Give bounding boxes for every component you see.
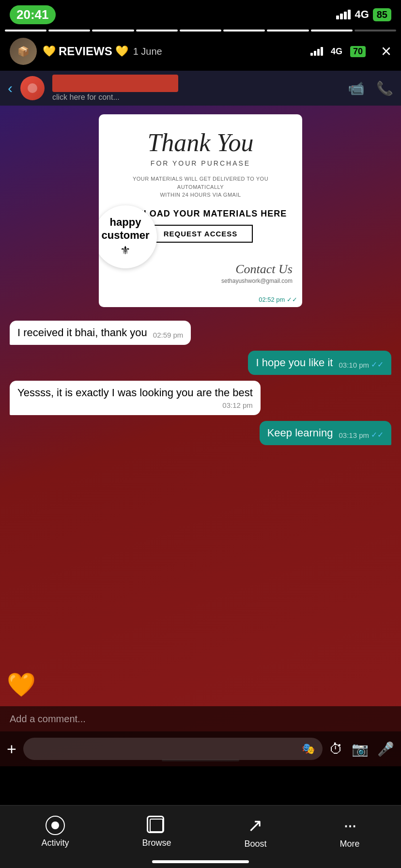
heart-icon: 💛 bbox=[43, 45, 56, 58]
message-text-4: Keep learning bbox=[267, 427, 333, 439]
contact-subtitle: click here for cont... bbox=[52, 93, 340, 102]
phone-call-icon[interactable]: 📞 bbox=[376, 80, 393, 96]
more-icon: ··· bbox=[343, 815, 356, 836]
bubble-received-1: I received it bhai, thank you 02:59 pm bbox=[10, 321, 191, 345]
home-indicator bbox=[152, 860, 249, 863]
message-received-1: I received it bhai, thank you 02:59 pm bbox=[10, 321, 391, 345]
happy-customer-icon: ⚜ bbox=[120, 244, 131, 257]
bubble-sent-1: I hope you like it 03:10 pm ✓✓ bbox=[248, 351, 391, 375]
story-action-icons: ⏱ 📷 🎤 bbox=[329, 741, 394, 757]
happy-customer-text: happycustomer bbox=[101, 216, 149, 242]
heart-icon-2: 💛 bbox=[115, 45, 128, 58]
nav-label-activity: Activity bbox=[41, 838, 69, 848]
chat-header: ‹ click here for cont... 📹 📞 bbox=[0, 71, 401, 106]
story-content: ‹ click here for cont... 📹 📞 Thank You F… bbox=[0, 71, 401, 766]
story-reply-input[interactable]: 🎭 bbox=[23, 738, 323, 760]
comment-placeholder[interactable]: Add a comment... bbox=[10, 713, 86, 725]
nav-item-browse[interactable]: Browse bbox=[142, 816, 171, 848]
message-received-2: Yessss, it is exactly I was looking you … bbox=[10, 381, 391, 415]
nav-item-activity[interactable]: Activity bbox=[41, 816, 69, 848]
header-network-label: 4G bbox=[331, 46, 342, 57]
browse-icon bbox=[147, 816, 166, 835]
status-bar: 20:41 4G 85 bbox=[0, 0, 401, 29]
contact-us-text: Contact Us bbox=[235, 262, 293, 277]
delivery-text: YOUR MATERIALS WILL GET DELIVERED TO YOU… bbox=[110, 175, 291, 199]
nav-item-boost[interactable]: ↗ Boost bbox=[244, 815, 266, 849]
add-button[interactable]: + bbox=[7, 740, 16, 759]
battery-indicator: 85 bbox=[373, 8, 391, 21]
boost-icon: ↗ bbox=[247, 815, 263, 836]
story-title-area: 💛 REVIEWS 💛 1 June bbox=[43, 45, 310, 58]
message-time-2: 03:10 pm bbox=[339, 361, 369, 369]
request-access-button[interactable]: REQUEST ACCESS bbox=[148, 225, 253, 243]
comment-area: Add a comment... bbox=[0, 706, 401, 731]
double-tick-icon-1: ✓✓ bbox=[371, 360, 384, 369]
message-sent-1: I hope you like it 03:10 pm ✓✓ bbox=[10, 351, 391, 375]
contact-name-area: click here for cont... bbox=[52, 75, 340, 102]
card-timestamp: 02:52 pm ✓✓ bbox=[99, 294, 302, 307]
nav-label-more: More bbox=[339, 839, 359, 849]
shared-card: Thank You FOR YOUR PURCHASE YOUR MATERIA… bbox=[99, 114, 302, 307]
for-purchase-text: FOR YOUR PURCHASE bbox=[110, 159, 291, 167]
status-right: 4G 85 bbox=[336, 8, 391, 21]
redacted-contact-name bbox=[52, 75, 178, 92]
chat-actions: 📹 📞 bbox=[348, 80, 393, 96]
network-label: 4G bbox=[355, 8, 369, 21]
shared-card-container: Thank You FOR YOUR PURCHASE YOUR MATERIA… bbox=[0, 106, 401, 316]
message-time-4: 03:13 pm bbox=[339, 431, 369, 439]
nav-item-more[interactable]: ··· More bbox=[339, 815, 359, 849]
story-bottom-bar: + 🎭 ⏱ 📷 🎤 bbox=[0, 731, 401, 766]
status-time: 20:41 bbox=[10, 5, 56, 24]
camera-icon[interactable]: 📷 bbox=[352, 741, 369, 757]
message-text-3: Yessss, it is exactly I was looking you … bbox=[17, 387, 253, 399]
message-time-3: 03:12 pm bbox=[222, 401, 253, 409]
message-sent-2: Keep learning 03:13 pm ✓✓ bbox=[10, 421, 391, 445]
bottom-navigation: Activity Browse ↗ Boost ··· More bbox=[0, 805, 401, 868]
back-button[interactable]: ‹ bbox=[8, 80, 13, 96]
double-tick-icon-2: ✓✓ bbox=[371, 430, 384, 439]
header-signal-icon bbox=[310, 47, 323, 56]
microphone-icon[interactable]: 🎤 bbox=[377, 741, 394, 757]
message-time-1: 02:59 pm bbox=[153, 331, 184, 339]
bubble-sent-2: Keep learning 03:13 pm ✓✓ bbox=[260, 421, 391, 445]
timer-icon[interactable]: ⏱ bbox=[329, 741, 343, 757]
story-avatar: 📦 bbox=[10, 38, 37, 65]
message-text-2: I hope you like it bbox=[256, 356, 333, 369]
header-battery-indicator: 70 bbox=[350, 46, 366, 57]
video-call-icon[interactable]: 📹 bbox=[348, 80, 365, 96]
story-header-controls: 4G 70 × bbox=[310, 41, 391, 62]
contact-avatar bbox=[20, 76, 45, 100]
message-text-1: I received it bhai, thank you bbox=[17, 326, 147, 339]
story-header: 📦 💛 REVIEWS 💛 1 June 4G 70 × bbox=[0, 32, 401, 71]
story-date: 1 June bbox=[133, 46, 162, 57]
heart-decoration: 🧡 bbox=[7, 671, 36, 698]
activity-icon bbox=[46, 816, 65, 835]
messages-area: I received it bhai, thank you 02:59 pm I… bbox=[0, 316, 401, 456]
thank-you-text: Thank You bbox=[110, 129, 291, 156]
bubble-received-2: Yessss, it is exactly I was looking you … bbox=[10, 381, 261, 415]
emoji-icon: 🎭 bbox=[302, 743, 315, 755]
story-title: 💛 REVIEWS 💛 bbox=[43, 45, 128, 58]
nav-label-browse: Browse bbox=[142, 838, 171, 848]
close-button[interactable]: × bbox=[381, 41, 391, 62]
signal-icon bbox=[336, 10, 351, 19]
contact-email: sethayushwork@gmail.com bbox=[221, 278, 293, 284]
nav-label-boost: Boost bbox=[244, 839, 266, 849]
